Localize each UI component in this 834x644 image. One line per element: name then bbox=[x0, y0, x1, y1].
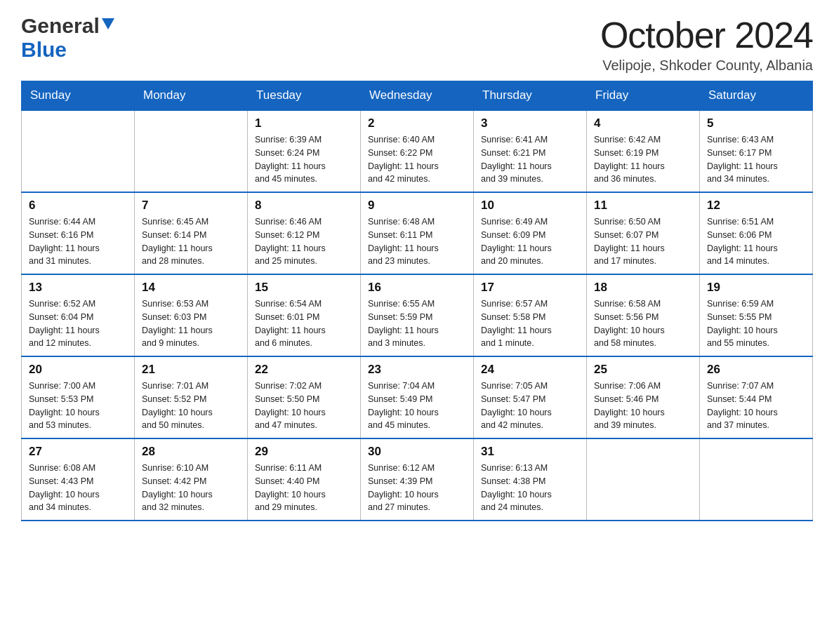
day-number: 11 bbox=[594, 199, 692, 213]
logo: General Blue bbox=[21, 14, 114, 62]
calendar-cell: 14Sunrise: 6:53 AM Sunset: 6:03 PM Dayli… bbox=[135, 274, 248, 356]
day-number: 25 bbox=[594, 363, 692, 377]
calendar-cell: 9Sunrise: 6:48 AM Sunset: 6:11 PM Daylig… bbox=[361, 192, 474, 274]
calendar-cell: 29Sunrise: 6:11 AM Sunset: 4:40 PM Dayli… bbox=[248, 438, 361, 521]
day-info: Sunrise: 6:11 AM Sunset: 4:40 PM Dayligh… bbox=[255, 462, 353, 514]
day-info: Sunrise: 7:05 AM Sunset: 5:47 PM Dayligh… bbox=[481, 380, 579, 432]
day-number: 29 bbox=[255, 445, 353, 459]
logo-triangle-icon bbox=[102, 18, 114, 31]
calendar-cell: 24Sunrise: 7:05 AM Sunset: 5:47 PM Dayli… bbox=[474, 356, 587, 438]
week-row-4: 20Sunrise: 7:00 AM Sunset: 5:53 PM Dayli… bbox=[22, 356, 813, 438]
day-number: 19 bbox=[707, 281, 805, 295]
calendar-cell bbox=[587, 438, 700, 521]
day-number: 20 bbox=[29, 363, 127, 377]
day-number: 31 bbox=[481, 445, 579, 459]
calendar-cell: 6Sunrise: 6:44 AM Sunset: 6:16 PM Daylig… bbox=[22, 192, 135, 274]
calendar-cell: 10Sunrise: 6:49 AM Sunset: 6:09 PM Dayli… bbox=[474, 192, 587, 274]
day-number: 7 bbox=[142, 199, 240, 213]
day-info: Sunrise: 6:54 AM Sunset: 6:01 PM Dayligh… bbox=[255, 297, 353, 350]
day-number: 23 bbox=[368, 363, 466, 377]
calendar-cell: 12Sunrise: 6:51 AM Sunset: 6:06 PM Dayli… bbox=[700, 192, 813, 274]
day-number: 18 bbox=[594, 281, 692, 295]
calendar-cell: 5Sunrise: 6:43 AM Sunset: 6:17 PM Daylig… bbox=[700, 110, 813, 192]
weekday-header-sunday: Sunday bbox=[22, 81, 135, 111]
calendar-cell bbox=[22, 110, 135, 192]
week-row-5: 27Sunrise: 6:08 AM Sunset: 4:43 PM Dayli… bbox=[22, 438, 813, 521]
week-row-2: 6Sunrise: 6:44 AM Sunset: 6:16 PM Daylig… bbox=[22, 192, 813, 274]
calendar-cell: 25Sunrise: 7:06 AM Sunset: 5:46 PM Dayli… bbox=[587, 356, 700, 438]
calendar-cell: 8Sunrise: 6:46 AM Sunset: 6:12 PM Daylig… bbox=[248, 192, 361, 274]
day-number: 3 bbox=[481, 116, 579, 130]
day-info: Sunrise: 7:00 AM Sunset: 5:53 PM Dayligh… bbox=[29, 380, 127, 432]
logo-blue-text: Blue bbox=[21, 38, 67, 61]
day-info: Sunrise: 6:13 AM Sunset: 4:38 PM Dayligh… bbox=[481, 462, 579, 514]
day-number: 27 bbox=[29, 445, 127, 459]
calendar-cell: 18Sunrise: 6:58 AM Sunset: 5:56 PM Dayli… bbox=[587, 274, 700, 356]
calendar-cell: 4Sunrise: 6:42 AM Sunset: 6:19 PM Daylig… bbox=[587, 110, 700, 192]
day-info: Sunrise: 6:46 AM Sunset: 6:12 PM Dayligh… bbox=[255, 215, 353, 268]
weekday-header-tuesday: Tuesday bbox=[248, 81, 361, 111]
calendar-cell: 13Sunrise: 6:52 AM Sunset: 6:04 PM Dayli… bbox=[22, 274, 135, 356]
day-info: Sunrise: 7:06 AM Sunset: 5:46 PM Dayligh… bbox=[594, 380, 692, 432]
calendar-cell: 16Sunrise: 6:55 AM Sunset: 5:59 PM Dayli… bbox=[361, 274, 474, 356]
svg-marker-0 bbox=[102, 18, 114, 29]
day-number: 9 bbox=[368, 199, 466, 213]
calendar-cell: 19Sunrise: 6:59 AM Sunset: 5:55 PM Dayli… bbox=[700, 274, 813, 356]
day-info: Sunrise: 6:59 AM Sunset: 5:55 PM Dayligh… bbox=[707, 297, 805, 350]
day-info: Sunrise: 6:58 AM Sunset: 5:56 PM Dayligh… bbox=[594, 297, 692, 350]
day-number: 10 bbox=[481, 199, 579, 213]
calendar-cell: 23Sunrise: 7:04 AM Sunset: 5:49 PM Dayli… bbox=[361, 356, 474, 438]
day-info: Sunrise: 7:07 AM Sunset: 5:44 PM Dayligh… bbox=[707, 380, 805, 432]
day-number: 24 bbox=[481, 363, 579, 377]
calendar-cell: 28Sunrise: 6:10 AM Sunset: 4:42 PM Dayli… bbox=[135, 438, 248, 521]
day-info: Sunrise: 6:10 AM Sunset: 4:42 PM Dayligh… bbox=[142, 462, 240, 514]
day-number: 17 bbox=[481, 281, 579, 295]
calendar-cell: 22Sunrise: 7:02 AM Sunset: 5:50 PM Dayli… bbox=[248, 356, 361, 438]
day-info: Sunrise: 6:44 AM Sunset: 6:16 PM Dayligh… bbox=[29, 215, 127, 268]
day-number: 12 bbox=[707, 199, 805, 213]
calendar-cell: 30Sunrise: 6:12 AM Sunset: 4:39 PM Dayli… bbox=[361, 438, 474, 521]
calendar-cell: 7Sunrise: 6:45 AM Sunset: 6:14 PM Daylig… bbox=[135, 192, 248, 274]
calendar-cell: 26Sunrise: 7:07 AM Sunset: 5:44 PM Dayli… bbox=[700, 356, 813, 438]
day-info: Sunrise: 6:55 AM Sunset: 5:59 PM Dayligh… bbox=[368, 297, 466, 350]
calendar-cell bbox=[700, 438, 813, 521]
calendar-table: SundayMondayTuesdayWednesdayThursdayFrid… bbox=[21, 81, 813, 521]
calendar-cell: 2Sunrise: 6:40 AM Sunset: 6:22 PM Daylig… bbox=[361, 110, 474, 192]
day-number: 30 bbox=[368, 445, 466, 459]
day-info: Sunrise: 6:45 AM Sunset: 6:14 PM Dayligh… bbox=[142, 215, 240, 268]
logo-general-text: General bbox=[21, 14, 100, 38]
day-number: 8 bbox=[255, 199, 353, 213]
day-info: Sunrise: 6:49 AM Sunset: 6:09 PM Dayligh… bbox=[481, 215, 579, 268]
header-row: SundayMondayTuesdayWednesdayThursdayFrid… bbox=[22, 81, 813, 111]
day-number: 14 bbox=[142, 281, 240, 295]
day-number: 22 bbox=[255, 363, 353, 377]
calendar-cell: 15Sunrise: 6:54 AM Sunset: 6:01 PM Dayli… bbox=[248, 274, 361, 356]
calendar-cell: 21Sunrise: 7:01 AM Sunset: 5:52 PM Dayli… bbox=[135, 356, 248, 438]
calendar-cell: 20Sunrise: 7:00 AM Sunset: 5:53 PM Dayli… bbox=[22, 356, 135, 438]
day-info: Sunrise: 6:42 AM Sunset: 6:19 PM Dayligh… bbox=[594, 133, 692, 186]
day-info: Sunrise: 6:39 AM Sunset: 6:24 PM Dayligh… bbox=[255, 133, 353, 186]
day-info: Sunrise: 6:12 AM Sunset: 4:39 PM Dayligh… bbox=[368, 462, 466, 514]
weekday-header-saturday: Saturday bbox=[700, 81, 813, 111]
day-info: Sunrise: 6:48 AM Sunset: 6:11 PM Dayligh… bbox=[368, 215, 466, 268]
day-number: 28 bbox=[142, 445, 240, 459]
day-info: Sunrise: 6:40 AM Sunset: 6:22 PM Dayligh… bbox=[368, 133, 466, 186]
header: General Blue October 2024 Velipoje, Shko… bbox=[21, 14, 813, 74]
day-number: 13 bbox=[29, 281, 127, 295]
weekday-header-monday: Monday bbox=[135, 81, 248, 111]
calendar-cell: 11Sunrise: 6:50 AM Sunset: 6:07 PM Dayli… bbox=[587, 192, 700, 274]
day-info: Sunrise: 6:43 AM Sunset: 6:17 PM Dayligh… bbox=[707, 133, 805, 186]
day-number: 6 bbox=[29, 199, 127, 213]
day-number: 15 bbox=[255, 281, 353, 295]
day-info: Sunrise: 6:51 AM Sunset: 6:06 PM Dayligh… bbox=[707, 215, 805, 268]
calendar-cell: 1Sunrise: 6:39 AM Sunset: 6:24 PM Daylig… bbox=[248, 110, 361, 192]
weekday-header-friday: Friday bbox=[587, 81, 700, 111]
weekday-header-wednesday: Wednesday bbox=[361, 81, 474, 111]
day-number: 5 bbox=[707, 116, 805, 130]
day-info: Sunrise: 6:50 AM Sunset: 6:07 PM Dayligh… bbox=[594, 215, 692, 268]
calendar-cell bbox=[135, 110, 248, 192]
day-info: Sunrise: 6:53 AM Sunset: 6:03 PM Dayligh… bbox=[142, 297, 240, 350]
day-info: Sunrise: 6:52 AM Sunset: 6:04 PM Dayligh… bbox=[29, 297, 127, 350]
day-info: Sunrise: 7:04 AM Sunset: 5:49 PM Dayligh… bbox=[368, 380, 466, 432]
weekday-header-thursday: Thursday bbox=[474, 81, 587, 111]
